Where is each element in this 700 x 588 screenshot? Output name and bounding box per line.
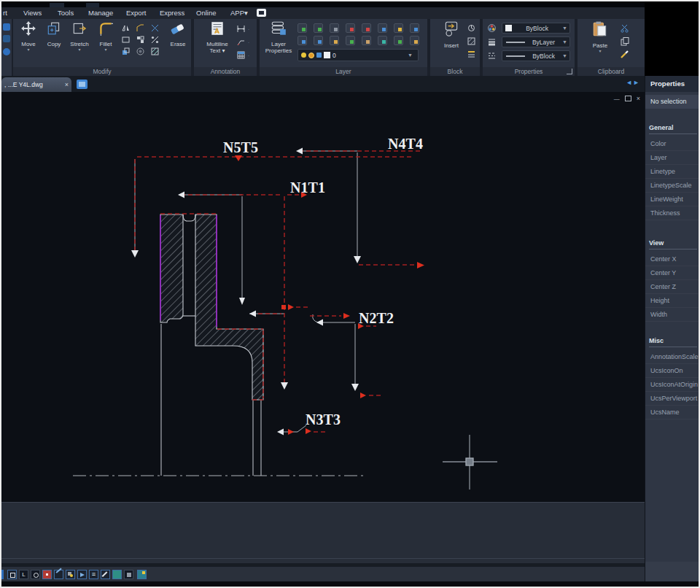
drawing-canvas[interactable]: — ×: [1, 92, 645, 502]
screen-recorder-icon[interactable]: [257, 9, 266, 17]
canvas-close-icon[interactable]: ×: [637, 95, 640, 102]
dialog-launcher-icon[interactable]: [567, 69, 572, 74]
copy-button[interactable]: Copy: [42, 20, 66, 47]
layer-match-icon[interactable]: [298, 36, 307, 45]
isodraft-icon[interactable]: [124, 570, 133, 579]
status-clipped-icon[interactable]: [1, 570, 4, 579]
offset-icon[interactable]: [136, 47, 145, 56]
modify-panel-label[interactable]: Modify: [13, 67, 191, 76]
chamfer-icon[interactable]: [136, 23, 145, 33]
esnap-icon[interactable]: [54, 570, 63, 579]
drawing-tab[interactable]: , ...E Y4L.dwg ×: [1, 77, 71, 92]
prop-row-width[interactable]: Width: [645, 308, 699, 322]
menu-item-express[interactable]: Express: [160, 9, 184, 17]
dimension-caret[interactable]: ·: [248, 27, 249, 31]
layer-color-swatch[interactable]: [324, 52, 330, 58]
layer-thaw-icon[interactable]: [314, 23, 323, 33]
rectangle-icon[interactable]: [121, 35, 131, 45]
section-general[interactable]: General: [649, 124, 697, 134]
table-icon[interactable]: [236, 50, 246, 60]
layer-current-icon[interactable]: [346, 36, 355, 45]
clipped-icon[interactable]: [3, 48, 10, 55]
layer-walk-icon[interactable]: [362, 36, 371, 45]
sun-icon[interactable]: [308, 53, 314, 58]
layer-state-icon[interactable]: [410, 36, 419, 45]
prop-row-ucsperviewport[interactable]: UcsPerViewport: [645, 392, 699, 406]
ortho-icon[interactable]: [31, 570, 40, 579]
prop-row-annotationscale[interactable]: AnnotationScale: [645, 350, 699, 364]
layer-merge-icon[interactable]: [378, 36, 387, 45]
prop-row-center-y[interactable]: Center Y: [645, 266, 699, 280]
lineweight-dropdown[interactable]: ByLayer ▼: [502, 36, 570, 47]
divide-icon[interactable]: [150, 35, 160, 45]
menu-item-export[interactable]: Export: [126, 9, 146, 17]
dyn-ucs-icon[interactable]: [77, 570, 87, 579]
trim-icon[interactable]: [150, 23, 160, 33]
attributes-icon[interactable]: [467, 50, 476, 59]
erase-button[interactable]: Erase: [165, 20, 191, 47]
prop-row-ucsiconon[interactable]: UcsIconOn: [645, 364, 699, 378]
color-dropdown-caret[interactable]: ▼: [562, 26, 567, 31]
minimize-icon[interactable]: —: [614, 96, 620, 102]
prop-row-lineweight[interactable]: LineWeight: [645, 193, 699, 206]
workspace-icon[interactable]: [137, 570, 147, 579]
layer-dropdown[interactable]: 0 ▼: [298, 49, 419, 61]
layer-copy-icon[interactable]: [330, 36, 339, 45]
prop-row-ucsname[interactable]: UcsName: [645, 406, 699, 419]
cut-icon[interactable]: [620, 23, 629, 33]
menu-item-views[interactable]: Views: [23, 9, 42, 17]
object-color-dropdown[interactable]: ByBlock ▼: [502, 23, 570, 34]
multiline-text-button[interactable]: MultilineText ▾: [203, 20, 232, 54]
palette-collapse-icon[interactable]: ◄►: [626, 79, 640, 86]
mirror-icon[interactable]: [121, 23, 131, 33]
paste-caret[interactable]: ▾: [586, 49, 614, 53]
leader-caret[interactable]: ·: [248, 40, 249, 45]
menu-item-app[interactable]: APP▾: [230, 9, 248, 17]
table-caret[interactable]: ·: [248, 53, 249, 58]
linetype-icon[interactable]: [487, 51, 497, 61]
etrack-icon[interactable]: [66, 570, 75, 579]
prop-row-linetype[interactable]: Linetype: [645, 165, 699, 179]
prop-row-ucsiconatorigin[interactable]: UcsIconAtOrigin: [645, 378, 699, 392]
layer-unlock-icon[interactable]: [394, 23, 403, 33]
layer-delete-icon[interactable]: [362, 23, 371, 33]
fillet-caret[interactable]: ▾: [93, 47, 118, 52]
prop-row-height[interactable]: Height: [645, 294, 699, 308]
tab-close-icon[interactable]: ×: [65, 81, 69, 88]
layer-on-icon[interactable]: [298, 23, 307, 33]
move-caret[interactable]: ▾: [16, 47, 41, 52]
color-wheel-icon[interactable]: [487, 23, 497, 33]
prop-row-thickness[interactable]: Thickness: [645, 206, 699, 220]
clipped-icon[interactable]: [3, 23, 10, 31]
clipboard-panel-label[interactable]: Clipboard: [578, 67, 645, 76]
polar-icon[interactable]: [42, 570, 52, 579]
command-line-area[interactable]: [1, 502, 645, 564]
block-panel-label[interactable]: Block: [430, 67, 480, 76]
copy-clip-icon[interactable]: [620, 36, 629, 46]
match-properties-icon[interactable]: [620, 50, 629, 59]
layer-prev-icon[interactable]: [314, 36, 323, 45]
layer-freeze-icon[interactable]: [346, 23, 355, 33]
lineweight-dropdown-caret[interactable]: ▼: [562, 39, 567, 45]
layer-lock-icon[interactable]: [378, 23, 387, 33]
array-icon[interactable]: [136, 35, 145, 45]
bulb-icon[interactable]: [301, 53, 306, 58]
block-editor-icon[interactable]: [467, 36, 476, 46]
match-props-icon[interactable]: [112, 570, 122, 579]
layer-panel-label[interactable]: Layer: [260, 67, 427, 76]
layer-properties-button[interactable]: LayerProperties: [262, 20, 295, 54]
stretch-caret[interactable]: ▾: [67, 47, 92, 52]
prop-row-center-z[interactable]: Center Z: [645, 280, 699, 294]
create-block-icon[interactable]: [467, 23, 476, 33]
layer-restore-icon[interactable]: [394, 36, 403, 45]
annotation-panel-label[interactable]: Annotation: [194, 67, 257, 76]
explode-icon[interactable]: [121, 47, 131, 56]
prop-row-color[interactable]: Color: [645, 137, 699, 151]
menu-item-manage[interactable]: Manage: [88, 9, 113, 17]
prop-row-layer[interactable]: Layer: [645, 151, 699, 165]
new-drawing-icon[interactable]: [77, 80, 88, 89]
move-button[interactable]: Move ▾: [16, 20, 41, 52]
menu-item-tools[interactable]: Tools: [58, 9, 74, 17]
lineweight-toggle-icon[interactable]: [101, 570, 110, 579]
properties-panel-label[interactable]: Properties: [483, 67, 575, 76]
